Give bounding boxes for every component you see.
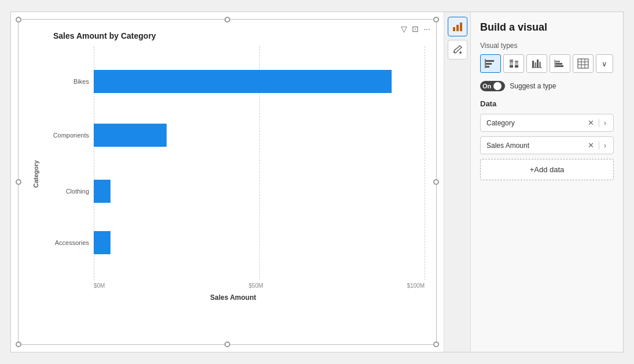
svg-rect-16: [532, 61, 534, 68]
svg-rect-23: [555, 65, 563, 67]
sales-remove-btn[interactable]: ✕: [587, 141, 595, 150]
svg-rect-6: [486, 60, 494, 62]
svg-rect-14: [515, 62, 518, 65]
panel-content: Build a visual Visual types: [471, 12, 623, 352]
separator: [599, 119, 599, 127]
svg-rect-2: [460, 23, 462, 31]
x-tick-2: $100M: [407, 283, 425, 289]
more-icon[interactable]: ···: [423, 24, 430, 34]
chart-toolbar: ▽ ⊡ ···: [401, 24, 430, 34]
category-expand-btn[interactable]: ›: [603, 118, 607, 127]
filter-icon[interactable]: ▽: [401, 24, 407, 34]
handle-br[interactable]: [433, 341, 439, 347]
bar-chart-icon: [452, 21, 463, 32]
bar-h-icon: [485, 58, 496, 69]
x-axis-title: Sales Amount: [42, 294, 425, 302]
svg-rect-17: [535, 62, 536, 68]
x-axis: $0M $50M $100M: [94, 280, 425, 291]
expand-visual-types-btn[interactable]: ∨: [596, 54, 613, 73]
handle-tl[interactable]: [16, 17, 21, 23]
svg-rect-15: [515, 65, 518, 68]
sales-expand-btn[interactable]: ›: [603, 141, 607, 150]
x-tick-0: $0M: [94, 283, 105, 289]
visual-type-bar-stacked[interactable]: [503, 54, 524, 73]
data-section-label: Data: [480, 99, 614, 108]
suggest-type-toggle[interactable]: On: [480, 81, 505, 91]
paint-icon: [452, 44, 463, 55]
bar-clothing: [94, 180, 110, 203]
bar-label-components: Components: [42, 132, 94, 139]
category-remove-btn[interactable]: ✕: [587, 118, 595, 127]
chart-title: Sales Amount by Category: [53, 31, 425, 40]
visual-types-row: ∨: [480, 54, 614, 73]
bar-row: Components: [94, 112, 425, 158]
handle-mr[interactable]: [433, 179, 439, 185]
svg-rect-12: [510, 65, 513, 68]
add-data-button[interactable]: +Add data: [480, 159, 614, 180]
toggle-on-label: On: [482, 83, 491, 90]
right-panel: Build a visual Visual types: [444, 12, 623, 352]
bar-bikes: [94, 70, 392, 93]
data-field-sales: Sales Amount ✕ ›: [480, 136, 614, 154]
visual-type-table[interactable]: [573, 54, 594, 73]
chevron-down-icon: ∨: [602, 60, 607, 68]
svg-rect-11: [510, 62, 513, 65]
visual-types-label: Visual types: [480, 42, 614, 50]
panel-icons: [444, 12, 471, 352]
bar-accessories: [94, 231, 110, 254]
svg-rect-7: [486, 63, 492, 65]
data-field-sales-actions: ✕ ›: [587, 141, 607, 150]
bar-label-bikes: Bikes: [42, 78, 94, 85]
svg-rect-19: [539, 62, 541, 68]
handle-tr[interactable]: [433, 17, 439, 23]
suggest-row: On Suggest a type: [480, 81, 614, 91]
suggest-type-text: Suggest a type: [510, 82, 556, 90]
y-axis-label: Category: [30, 46, 42, 302]
clustered2-icon: [554, 58, 566, 69]
bar-label-accessories: Accessories: [42, 239, 94, 246]
chart-area: ▽ ⊡ ··· Sales Amount by Category Categor…: [18, 19, 437, 345]
bar-row: Accessories: [94, 220, 425, 266]
svg-rect-13: [515, 61, 518, 62]
svg-point-3: [454, 51, 455, 53]
data-field-category-name: Category: [486, 119, 587, 127]
build-visual-icon-btn[interactable]: [448, 17, 467, 36]
x-tick-1: $50M: [249, 283, 263, 289]
bar-row: Bikes: [94, 58, 425, 105]
svg-rect-10: [510, 60, 513, 62]
toggle-circle: [493, 82, 502, 90]
svg-rect-18: [537, 60, 539, 68]
visual-type-clustered[interactable]: [526, 54, 547, 73]
handle-ml[interactable]: [16, 179, 21, 185]
right-panel-inner: Build a visual Visual types: [444, 12, 623, 352]
svg-rect-22: [555, 61, 560, 62]
data-field-category-actions: ✕ ›: [587, 118, 607, 127]
svg-rect-25: [578, 59, 588, 68]
table-icon: [577, 58, 589, 69]
bar-row: Clothing: [94, 168, 425, 215]
separator: [599, 142, 599, 150]
data-field-category: Category ✕ ›: [480, 114, 614, 132]
svg-rect-8: [486, 66, 489, 68]
chart-inner: Category Bikes Compone: [30, 46, 425, 302]
expand-icon[interactable]: ⊡: [412, 24, 419, 34]
panel-title: Build a visual: [480, 21, 614, 34]
handle-bc[interactable]: [224, 341, 230, 347]
data-field-sales-name: Sales Amount: [486, 142, 587, 150]
svg-rect-0: [453, 27, 455, 31]
bar-stacked-icon: [508, 58, 519, 69]
bar-components: [94, 124, 167, 147]
add-data-icon-btn[interactable]: [448, 40, 467, 60]
bar-label-clothing: Clothing: [42, 188, 94, 195]
handle-tc[interactable]: [224, 17, 230, 23]
clustered-icon: [531, 58, 543, 69]
svg-rect-21: [555, 63, 562, 65]
handle-bl[interactable]: [16, 341, 21, 347]
visual-type-clustered2[interactable]: [550, 54, 570, 73]
main-container: ▽ ⊡ ··· Sales Amount by Category Categor…: [10, 12, 624, 352]
visual-type-bar-horizontal[interactable]: [480, 54, 501, 73]
svg-rect-1: [456, 25, 459, 31]
